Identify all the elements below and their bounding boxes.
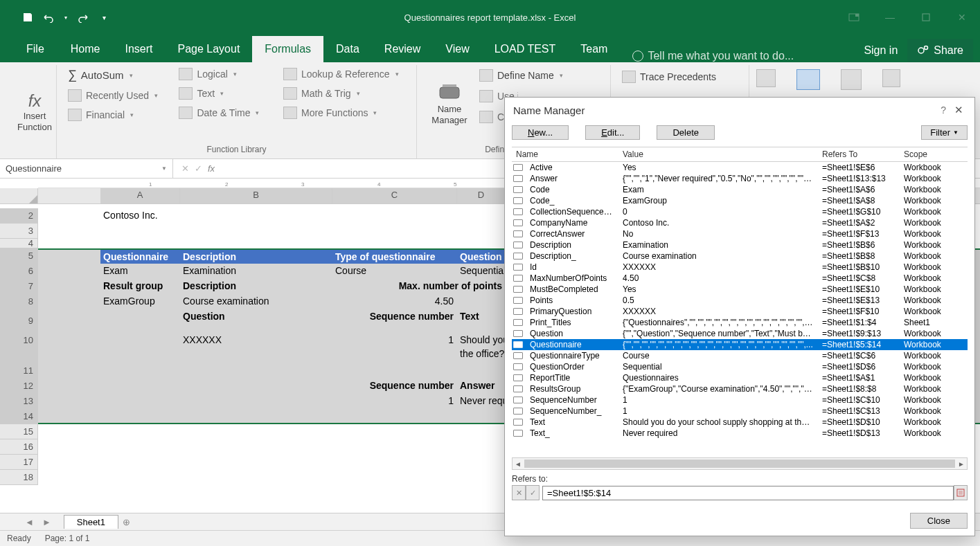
row-header[interactable]: 16 [0, 439, 38, 455]
cell[interactable]: 4.50 [332, 294, 457, 309]
refers-accept-icon[interactable]: ✓ [526, 485, 540, 500]
qat-customize-icon[interactable]: ▾ [97, 10, 111, 24]
refers-to-input[interactable] [542, 486, 954, 500]
delete-button[interactable]: Delete [657, 125, 715, 140]
close-button[interactable]: Close [910, 513, 968, 529]
row-header[interactable]: 7 [0, 279, 38, 294]
cell[interactable]: Sequence number [332, 379, 457, 394]
name-list-row[interactable]: PrimaryQuestionXXXXXX=Sheet1!$F$10Workbo… [512, 306, 968, 317]
row-header[interactable]: 9 [0, 309, 38, 333]
text-button[interactable]: Text▾ [175, 84, 271, 102]
row-header[interactable]: 14 [0, 409, 38, 424]
edit-button[interactable]: Edit... [585, 125, 640, 140]
name-list-row[interactable]: IdXXXXXX=Sheet1!$B$10Workbook [512, 262, 968, 273]
cell[interactable]: Sequential [457, 264, 506, 279]
cell[interactable]: Contoso Inc. [100, 208, 180, 224]
name-list-row[interactable]: QuestionOrderSequential=Sheet1!$D$6Workb… [512, 361, 968, 372]
row-header[interactable]: 15 [0, 424, 38, 439]
row-header[interactable]: 11 [0, 363, 38, 379]
sheet-tab[interactable]: Sheet1 [64, 515, 118, 529]
name-list-row[interactable]: Code_ExamGroup=Sheet1!$A$8Workbook [512, 195, 968, 206]
trace-precedents-button[interactable]: Trace Precedents [618, 68, 742, 86]
name-list-row[interactable]: CodeExam=Sheet1!$A$6Workbook [512, 184, 968, 195]
cell[interactable]: Exam [100, 264, 180, 279]
tab-file[interactable]: File [12, 36, 58, 62]
tab-insert[interactable]: Insert [112, 36, 165, 62]
row-header[interactable]: 12 [0, 379, 38, 394]
name-list-row[interactable]: Answer{"","","1","Never required","0.5",… [512, 173, 968, 184]
horizontal-scrollbar[interactable]: ◄ ► [512, 457, 968, 470]
name-list-row[interactable]: Description_Course examination=Sheet1!$B… [512, 251, 968, 262]
cell[interactable]: Sequence number [332, 309, 457, 333]
new-button[interactable]: New... [512, 125, 569, 140]
row-header[interactable]: 2 [0, 208, 38, 224]
row-header[interactable]: 17 [0, 455, 38, 470]
name-list-row[interactable]: ReportTitleQuestionnaires=Sheet1!$A$1Wor… [512, 372, 968, 383]
row-header[interactable]: 8 [0, 294, 38, 309]
name-box[interactable]: Questionnaire ▼ [0, 159, 173, 178]
enter-formula-icon[interactable]: ✓ [195, 163, 202, 174]
cell[interactable]: Description [180, 250, 332, 264]
range-picker-icon[interactable] [954, 485, 968, 500]
cell[interactable]: Course examination [180, 294, 332, 309]
name-list-row[interactable]: SequenceNumber1=Sheet1!$C$10Workbook [512, 394, 968, 406]
col-name-header[interactable]: Name [512, 147, 618, 161]
row-header[interactable]: 18 [0, 470, 38, 485]
row-header[interactable]: 10 [0, 333, 38, 363]
name-list-row[interactable]: DescriptionExamination=Sheet1!$B$6Workbo… [512, 239, 968, 251]
tab-home[interactable]: Home [58, 36, 113, 62]
cell[interactable]: 1 [332, 394, 457, 409]
name-list-row[interactable]: CompanyNameContoso Inc.=Sheet1!$A$2Workb… [512, 217, 968, 228]
name-list-row[interactable]: Question{"","Question","Sequence number"… [512, 328, 968, 339]
scroll-right-icon[interactable]: ► [956, 460, 967, 468]
col-header[interactable]: D [457, 188, 506, 203]
ribbon-options-icon[interactable] [836, 0, 872, 35]
define-name-button[interactable]: Define Name▾ [475, 66, 567, 84]
namebox-dropdown-icon[interactable]: ▼ [161, 165, 167, 172]
tab-loadtest[interactable]: LOAD TEST [482, 36, 569, 62]
name-list-row[interactable]: CorrectAnswerNo=Sheet1!$F$13Workbook [512, 228, 968, 239]
row-header[interactable]: 6 [0, 264, 38, 279]
cell[interactable]: Result group [100, 279, 180, 294]
col-header[interactable]: C [332, 188, 457, 203]
fx-button-icon[interactable]: fx [208, 163, 215, 174]
tab-review[interactable]: Review [372, 36, 433, 62]
dialog-close-icon[interactable]: ✕ [952, 104, 966, 116]
col-header[interactable]: A [100, 188, 180, 203]
name-list-row[interactable]: SequenceNumber_1=Sheet1!$C$13Workbook [512, 406, 968, 417]
scroll-left-icon[interactable]: ◄ [513, 460, 524, 468]
lookup-button[interactable]: Lookup & Reference▾ [279, 65, 409, 83]
autosum-button[interactable]: ∑AutoSum▾ [64, 65, 166, 85]
undo-dropdown-icon[interactable]: ▾ [62, 10, 69, 24]
morefn-button[interactable]: More Functions▾ [279, 104, 409, 122]
name-list-row[interactable]: Questionnaire{"","","","","","","","",""… [512, 339, 968, 350]
cell[interactable]: Questionnaire [100, 250, 180, 264]
calc-options-icon[interactable] [841, 69, 862, 90]
tab-view[interactable]: View [433, 36, 481, 62]
cell[interactable]: Max. number of points [332, 279, 506, 294]
name-list-row[interactable]: Print_Titles{"Questionnaires","","","","… [512, 317, 968, 328]
select-all-corner[interactable] [0, 188, 38, 204]
name-manager-button[interactable]: Name Manager [424, 65, 475, 142]
col-refersto-header[interactable]: Refers To [818, 147, 900, 161]
refers-cancel-icon[interactable]: ✕ [512, 485, 526, 500]
cell[interactable]: Course [332, 264, 457, 279]
col-scope-header[interactable]: Scope [900, 147, 955, 161]
cell[interactable]: Question order [457, 250, 506, 264]
filter-button[interactable]: Filter▼ [921, 125, 968, 140]
cell[interactable]: Text [457, 309, 506, 333]
datetime-button[interactable]: Date & Time▾ [175, 104, 271, 122]
dialog-help-icon[interactable]: ? [935, 104, 952, 116]
share-button[interactable]: Share [907, 39, 973, 62]
cell[interactable]: Question [180, 309, 332, 333]
cell[interactable]: Answer [457, 379, 506, 394]
cell[interactable]: 1 [332, 333, 457, 363]
watch-window-icon[interactable] [796, 69, 820, 90]
tab-formulas[interactable]: Formulas [252, 36, 323, 62]
name-list-row[interactable]: Points0.5=Sheet1!$E$13Workbook [512, 295, 968, 306]
name-list-row[interactable]: QuestionnaireTypeCourse=Sheet1!$C$6Workb… [512, 350, 968, 361]
name-list-row[interactable]: CollectionSequenceNu...0=Sheet1!$G$10Wor… [512, 206, 968, 217]
cancel-formula-icon[interactable]: ✕ [181, 163, 189, 174]
minimize-icon[interactable]: — [872, 0, 908, 35]
recently-used-button[interactable]: Recently Used▾ [64, 87, 166, 104]
